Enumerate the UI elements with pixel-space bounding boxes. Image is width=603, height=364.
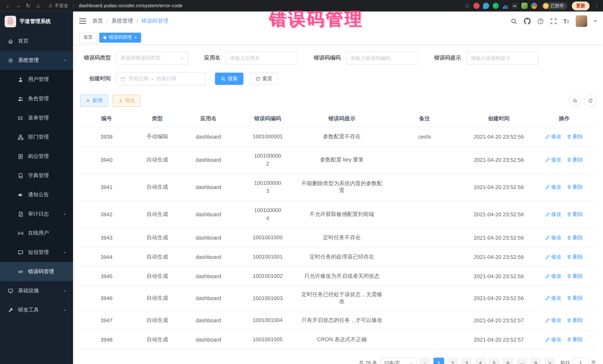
- extension-blue-bars-icon[interactable]: [502, 3, 508, 9]
- reload-icon[interactable]: ↻: [24, 1, 33, 10]
- github-icon[interactable]: [524, 18, 531, 24]
- browser-update-button[interactable]: 更新: [572, 1, 590, 10]
- document-icon: [18, 211, 23, 217]
- reset-button[interactable]: 重置: [250, 73, 278, 85]
- security-indicator[interactable]: ⚠ 不安全: [48, 2, 68, 9]
- table-row: 3940自动生成dashboard100100000 2参数配置 key 重复2…: [80, 146, 596, 174]
- extension-on-badge-icon[interactable]: on: [512, 3, 518, 9]
- delete-link[interactable]: 删除: [567, 273, 583, 279]
- user-avatar[interactable]: [576, 15, 587, 27]
- sidebar-item-audit[interactable]: 审计日志: [0, 204, 73, 224]
- page-button-3[interactable]: 3: [461, 358, 472, 364]
- delete-link[interactable]: 删除: [567, 253, 583, 260]
- profile-paused-chip[interactable]: 已暂停: [542, 2, 567, 9]
- paused-badge-label: 已暂停: [550, 3, 564, 9]
- edit-link[interactable]: 修改: [545, 317, 561, 324]
- page-button-1[interactable]: 1: [433, 358, 444, 364]
- sidebar-item-menu[interactable]: 菜单管理: [0, 109, 73, 128]
- forward-icon[interactable]: →: [14, 1, 23, 10]
- edit-link[interactable]: 修改: [545, 253, 561, 260]
- sidebar-toggle-icon[interactable]: [79, 18, 86, 24]
- sidebar-item-notice[interactable]: 通知公告: [0, 185, 73, 204]
- chevron-down-icon: [180, 56, 184, 60]
- address-bar[interactable]: dashboard.yudao.iocoder.cn/system/error-…: [79, 3, 183, 9]
- delete-link[interactable]: 删除: [567, 211, 583, 218]
- fullscreen-icon[interactable]: [550, 18, 557, 24]
- search-button[interactable]: 搜索: [215, 73, 244, 85]
- sidebar-item-dict[interactable]: 字典管理: [0, 166, 73, 185]
- sidebar-item-sms[interactable]: 短信管理: [0, 243, 73, 262]
- book-icon: [18, 173, 23, 178]
- user-menu-caret-icon[interactable]: [594, 20, 597, 22]
- back-icon[interactable]: ←: [4, 1, 12, 10]
- delete-link[interactable]: 删除: [567, 184, 583, 190]
- browser-menu-icon[interactable]: ⋮: [594, 3, 599, 9]
- error-hint-input[interactable]: [471, 55, 534, 61]
- help-icon[interactable]: [537, 18, 544, 24]
- page-size-select[interactable]: 10条/页: [380, 358, 417, 364]
- page-button-5[interactable]: 5: [489, 358, 499, 364]
- edit-link[interactable]: 修改: [545, 295, 561, 302]
- delete-link[interactable]: 删除: [567, 317, 583, 324]
- delete-link[interactable]: 删除: [567, 156, 583, 163]
- chevron-down-icon: [409, 361, 413, 364]
- delete-link[interactable]: 删除: [567, 336, 583, 343]
- bookmark-star-icon[interactable]: ☆: [464, 2, 470, 9]
- extension-red-circle-icon[interactable]: [473, 3, 479, 9]
- edit-link[interactable]: 修改: [545, 336, 561, 343]
- edit-link[interactable]: 修改: [545, 211, 561, 218]
- error-code-input[interactable]: [350, 55, 414, 61]
- font-size-icon[interactable]: TT: [563, 18, 569, 24]
- delete-link[interactable]: 删除: [567, 133, 583, 140]
- breadcrumb-home[interactable]: 首页: [92, 18, 103, 24]
- goto-page-input[interactable]: [573, 358, 589, 364]
- app-name-input[interactable]: [230, 55, 293, 61]
- sidebar-item-infra[interactable]: 基础设施: [0, 281, 73, 300]
- sidebar-item-post[interactable]: 岗位管理: [0, 147, 73, 166]
- sidebar-item-user[interactable]: 用户管理: [0, 70, 73, 89]
- sidebar-item-online[interactable]: 在线用户: [0, 223, 73, 243]
- create-time-range-picker[interactable]: 开始日期 - 结束日期: [116, 72, 206, 85]
- sidebar-item-errcode[interactable]: 错误码管理: [0, 262, 73, 281]
- page-button-2[interactable]: 2: [447, 358, 458, 364]
- page-button-4[interactable]: 4: [475, 358, 486, 364]
- megaphone-icon: [18, 192, 23, 198]
- sidebar-item-system[interactable]: 系统管理: [0, 51, 73, 70]
- close-tab-icon[interactable]: ×: [134, 35, 137, 40]
- edit-link[interactable]: 修改: [545, 133, 561, 140]
- export-button[interactable]: 导出: [113, 95, 141, 107]
- search-icon[interactable]: [510, 18, 517, 24]
- extension-green-leaf-icon[interactable]: [521, 3, 527, 9]
- delete-link[interactable]: 删除: [567, 234, 583, 241]
- edit-link[interactable]: 修改: [545, 184, 561, 190]
- edit-link[interactable]: 修改: [545, 234, 561, 241]
- show-search-toggle-button[interactable]: [569, 95, 581, 106]
- edit-link[interactable]: 修改: [545, 156, 561, 163]
- refresh-table-button[interactable]: [585, 95, 596, 106]
- delete-link[interactable]: 删除: [567, 295, 583, 302]
- column-header-type: 类型: [133, 111, 181, 127]
- app-logo-row[interactable]: 芋道管理系统: [0, 11, 73, 32]
- sidebar-item-role[interactable]: 角色管理: [0, 89, 73, 109]
- breadcrumb-system[interactable]: 系统管理: [112, 18, 133, 24]
- home-nav-icon[interactable]: ⌂: [34, 1, 42, 10]
- page-button-6[interactable]: 6: [503, 358, 513, 364]
- sidebar-item-dept[interactable]: 部门管理: [0, 128, 73, 147]
- extension-green-check-icon[interactable]: ✓: [492, 3, 499, 9]
- prev-page-button[interactable]: [419, 358, 430, 364]
- extension-blue-drop-icon[interactable]: [483, 3, 489, 9]
- error-type-select[interactable]: 请选择错误码类型: [116, 52, 188, 65]
- tab-home[interactable]: 首页: [79, 33, 97, 43]
- next-page-button[interactable]: [544, 358, 555, 364]
- extension-pinwheel-icon[interactable]: [531, 3, 537, 9]
- sidebar-item-label: 研发工具: [18, 307, 39, 313]
- sidebar-item-tools[interactable]: 研发工具: [0, 300, 73, 320]
- page-button-8[interactable]: 8: [530, 358, 541, 364]
- edit-pencil-icon: [545, 337, 550, 342]
- edit-link[interactable]: 修改: [545, 273, 561, 279]
- column-header-msg: 错误码提示: [300, 111, 384, 127]
- add-button[interactable]: 新增: [80, 95, 108, 107]
- sidebar-item-home[interactable]: 首页: [0, 32, 73, 51]
- tab-errcode[interactable]: 错误码管理 ×: [99, 33, 141, 43]
- more-pages-button[interactable]: ···: [517, 358, 527, 364]
